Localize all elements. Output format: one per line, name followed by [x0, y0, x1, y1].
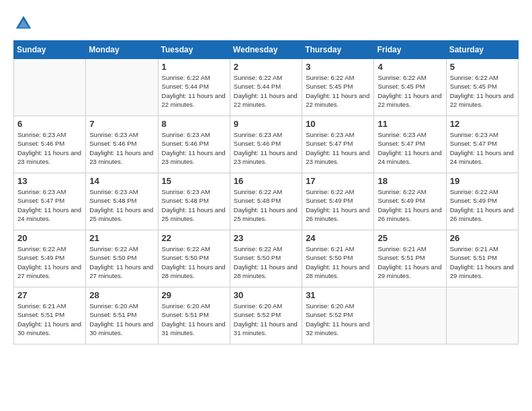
- day-info: Sunrise: 6:20 AM Sunset: 5:51 PM Dayligh…: [89, 302, 154, 337]
- day-info: Sunrise: 6:23 AM Sunset: 5:46 PM Dayligh…: [17, 130, 82, 166]
- calendar-cell: 20Sunrise: 6:22 AM Sunset: 5:49 PM Dayli…: [14, 230, 86, 287]
- day-info: Sunrise: 6:22 AM Sunset: 5:49 PM Dayligh…: [450, 187, 515, 223]
- day-number: 22: [162, 233, 226, 243]
- day-info: Sunrise: 6:22 AM Sunset: 5:45 PM Dayligh…: [378, 73, 442, 109]
- day-number: 12: [450, 119, 515, 129]
- day-number: 19: [450, 176, 515, 186]
- calendar-cell: 30Sunrise: 6:20 AM Sunset: 5:52 PM Dayli…: [230, 287, 302, 345]
- calendar-cell: 27Sunrise: 6:21 AM Sunset: 5:51 PM Dayli…: [14, 287, 86, 345]
- day-header-friday: Friday: [374, 41, 446, 59]
- day-number: 27: [17, 290, 82, 300]
- calendar-cell: 17Sunrise: 6:22 AM Sunset: 5:49 PM Dayli…: [302, 173, 374, 230]
- day-info: Sunrise: 6:21 AM Sunset: 5:51 PM Dayligh…: [378, 244, 442, 280]
- day-number: 5: [450, 62, 515, 72]
- calendar-cell: 10Sunrise: 6:23 AM Sunset: 5:47 PM Dayli…: [302, 116, 374, 173]
- calendar-cell: 21Sunrise: 6:22 AM Sunset: 5:50 PM Dayli…: [86, 230, 158, 287]
- calendar-cell: 18Sunrise: 6:22 AM Sunset: 5:49 PM Dayli…: [374, 173, 446, 230]
- day-header-sunday: Sunday: [14, 41, 86, 59]
- day-info: Sunrise: 6:23 AM Sunset: 5:47 PM Dayligh…: [306, 130, 370, 166]
- day-info: Sunrise: 6:23 AM Sunset: 5:48 PM Dayligh…: [162, 187, 226, 223]
- calendar-cell: 1Sunrise: 6:22 AM Sunset: 5:44 PM Daylig…: [158, 59, 230, 116]
- day-info: Sunrise: 6:22 AM Sunset: 5:45 PM Dayligh…: [306, 73, 370, 109]
- calendar-cell: [14, 59, 86, 116]
- calendar-cell: 8Sunrise: 6:23 AM Sunset: 5:46 PM Daylig…: [158, 116, 230, 173]
- day-number: 11: [378, 119, 442, 129]
- day-number: 25: [378, 233, 442, 243]
- day-info: Sunrise: 6:20 AM Sunset: 5:51 PM Dayligh…: [162, 302, 226, 337]
- day-number: 30: [234, 290, 298, 300]
- calendar-cell: 22Sunrise: 6:22 AM Sunset: 5:50 PM Dayli…: [158, 230, 230, 287]
- calendar-cell: 7Sunrise: 6:23 AM Sunset: 5:46 PM Daylig…: [86, 116, 158, 173]
- day-info: Sunrise: 6:23 AM Sunset: 5:47 PM Dayligh…: [17, 187, 82, 223]
- day-info: Sunrise: 6:21 AM Sunset: 5:50 PM Dayligh…: [306, 244, 370, 280]
- day-info: Sunrise: 6:23 AM Sunset: 5:46 PM Dayligh…: [89, 130, 154, 166]
- day-info: Sunrise: 6:22 AM Sunset: 5:49 PM Dayligh…: [306, 187, 370, 223]
- day-info: Sunrise: 6:23 AM Sunset: 5:47 PM Dayligh…: [450, 130, 515, 166]
- day-info: Sunrise: 6:23 AM Sunset: 5:46 PM Dayligh…: [162, 130, 226, 166]
- calendar-header-row: SundayMondayTuesdayWednesdayThursdayFrid…: [14, 41, 519, 59]
- day-header-saturday: Saturday: [446, 41, 518, 59]
- day-number: 7: [89, 119, 154, 129]
- calendar-cell: 26Sunrise: 6:21 AM Sunset: 5:51 PM Dayli…: [446, 230, 518, 287]
- week-row-2: 6Sunrise: 6:23 AM Sunset: 5:46 PM Daylig…: [14, 116, 519, 173]
- day-info: Sunrise: 6:20 AM Sunset: 5:52 PM Dayligh…: [234, 302, 298, 337]
- calendar-cell: 14Sunrise: 6:23 AM Sunset: 5:48 PM Dayli…: [86, 173, 158, 230]
- calendar-cell: 6Sunrise: 6:23 AM Sunset: 5:46 PM Daylig…: [14, 116, 86, 173]
- calendar-cell: 9Sunrise: 6:23 AM Sunset: 5:46 PM Daylig…: [230, 116, 302, 173]
- day-number: 13: [17, 176, 82, 186]
- day-number: 4: [378, 62, 442, 72]
- day-number: 14: [89, 176, 154, 186]
- day-info: Sunrise: 6:23 AM Sunset: 5:46 PM Dayligh…: [234, 130, 298, 166]
- calendar-cell: 29Sunrise: 6:20 AM Sunset: 5:51 PM Dayli…: [158, 287, 230, 345]
- calendar-cell: 13Sunrise: 6:23 AM Sunset: 5:47 PM Dayli…: [14, 173, 86, 230]
- day-header-tuesday: Tuesday: [158, 41, 230, 59]
- day-info: Sunrise: 6:22 AM Sunset: 5:50 PM Dayligh…: [162, 244, 226, 280]
- day-number: 26: [450, 233, 515, 243]
- calendar-cell: 25Sunrise: 6:21 AM Sunset: 5:51 PM Dayli…: [374, 230, 446, 287]
- day-header-thursday: Thursday: [302, 41, 374, 59]
- day-info: Sunrise: 6:22 AM Sunset: 5:50 PM Dayligh…: [234, 244, 298, 280]
- day-info: Sunrise: 6:22 AM Sunset: 5:44 PM Dayligh…: [234, 73, 298, 109]
- day-number: 24: [306, 233, 370, 243]
- day-info: Sunrise: 6:22 AM Sunset: 5:48 PM Dayligh…: [234, 187, 298, 223]
- day-header-wednesday: Wednesday: [230, 41, 302, 59]
- day-info: Sunrise: 6:22 AM Sunset: 5:49 PM Dayligh…: [378, 187, 442, 223]
- day-header-monday: Monday: [86, 41, 158, 59]
- day-number: 3: [306, 62, 370, 72]
- day-number: 17: [306, 176, 370, 186]
- day-info: Sunrise: 6:20 AM Sunset: 5:52 PM Dayligh…: [306, 302, 370, 337]
- calendar-cell: 3Sunrise: 6:22 AM Sunset: 5:45 PM Daylig…: [302, 59, 374, 116]
- calendar-cell: 4Sunrise: 6:22 AM Sunset: 5:45 PM Daylig…: [374, 59, 446, 116]
- day-info: Sunrise: 6:21 AM Sunset: 5:51 PM Dayligh…: [17, 302, 82, 337]
- calendar-cell: 12Sunrise: 6:23 AM Sunset: 5:47 PM Dayli…: [446, 116, 518, 173]
- logo-icon: [13, 13, 34, 34]
- day-number: 8: [162, 119, 226, 129]
- day-number: 23: [234, 233, 298, 243]
- calendar-cell: [374, 287, 446, 345]
- page-header: [13, 13, 519, 34]
- day-number: 29: [162, 290, 226, 300]
- calendar-cell: 15Sunrise: 6:23 AM Sunset: 5:48 PM Dayli…: [158, 173, 230, 230]
- day-number: 2: [234, 62, 298, 72]
- calendar-cell: 23Sunrise: 6:22 AM Sunset: 5:50 PM Dayli…: [230, 230, 302, 287]
- day-number: 16: [234, 176, 298, 186]
- week-row-4: 20Sunrise: 6:22 AM Sunset: 5:49 PM Dayli…: [14, 230, 519, 287]
- day-info: Sunrise: 6:22 AM Sunset: 5:44 PM Dayligh…: [162, 73, 226, 109]
- calendar-cell: [86, 59, 158, 116]
- day-number: 21: [89, 233, 154, 243]
- day-info: Sunrise: 6:21 AM Sunset: 5:51 PM Dayligh…: [450, 244, 515, 280]
- day-number: 15: [162, 176, 226, 186]
- calendar-cell: 5Sunrise: 6:22 AM Sunset: 5:45 PM Daylig…: [446, 59, 518, 116]
- calendar-cell: 16Sunrise: 6:22 AM Sunset: 5:48 PM Dayli…: [230, 173, 302, 230]
- day-number: 6: [17, 119, 82, 129]
- week-row-5: 27Sunrise: 6:21 AM Sunset: 5:51 PM Dayli…: [14, 287, 519, 345]
- day-number: 28: [89, 290, 154, 300]
- week-row-3: 13Sunrise: 6:23 AM Sunset: 5:47 PM Dayli…: [14, 173, 519, 230]
- day-info: Sunrise: 6:22 AM Sunset: 5:49 PM Dayligh…: [17, 244, 82, 280]
- day-info: Sunrise: 6:23 AM Sunset: 5:48 PM Dayligh…: [89, 187, 154, 223]
- calendar-cell: 2Sunrise: 6:22 AM Sunset: 5:44 PM Daylig…: [230, 59, 302, 116]
- day-number: 20: [17, 233, 82, 243]
- day-info: Sunrise: 6:22 AM Sunset: 5:50 PM Dayligh…: [89, 244, 154, 280]
- calendar-cell: 28Sunrise: 6:20 AM Sunset: 5:51 PM Dayli…: [86, 287, 158, 345]
- logo: [13, 13, 36, 34]
